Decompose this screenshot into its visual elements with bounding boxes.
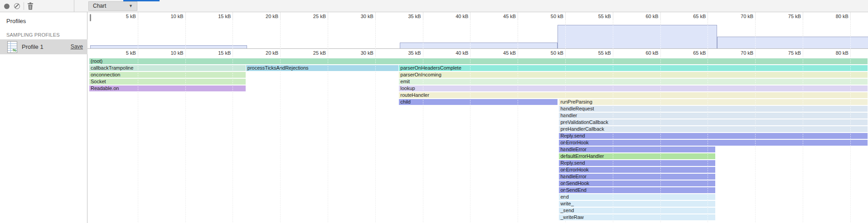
flame-frame-routehandler[interactable]: routeHandler: [399, 92, 867, 98]
dropdown-caret-icon: ▼: [129, 2, 133, 10]
flame-gridline: [328, 48, 328, 223]
flame-frame-onerrorhook[interactable]: onErrorHook: [559, 167, 715, 173]
sampling-profiles-header: SAMPLING PROFILES: [6, 32, 60, 38]
flame-tick-label: 45 kB: [503, 50, 516, 56]
flame-frame--send[interactable]: _send: [559, 208, 715, 214]
flame-frame-handleerror[interactable]: handleError: [559, 147, 715, 152]
flame-tick-label: 55 kB: [598, 50, 611, 56]
flame-chart-panel: 5 kB10 kB15 kB20 kB25 kB30 kB35 kB40 kB4…: [87, 12, 868, 223]
overview-gridline: [280, 12, 281, 48]
view-mode-dropdown[interactable]: Chart ▼: [88, 1, 137, 11]
flame-gridline: [375, 48, 376, 223]
sidebar-title: Profiles: [6, 18, 26, 24]
overview-tick-label: 60 kB: [645, 14, 658, 19]
profiler-panel: Chart ▼ Profiles SAMPLING PROFILES % Pro…: [0, 0, 868, 223]
overview-gridline: [233, 12, 233, 48]
flame-frame-write-[interactable]: write_: [559, 201, 715, 207]
flame-tick-label: 50 kB: [551, 50, 563, 56]
flame-frame-child[interactable]: child: [399, 99, 558, 105]
view-mode-label: Chart: [93, 3, 106, 9]
overview-left-handle[interactable]: [90, 14, 91, 21]
overview-tick-label: 15 kB: [218, 14, 231, 19]
flame-frame-parseronheaderscomplete[interactable]: parserOnHeadersComplete: [399, 65, 867, 71]
profile-doc-icon: %: [7, 41, 17, 53]
overview-gridline: [185, 12, 186, 48]
save-link[interactable]: Save: [71, 39, 83, 54]
flame-tick-label: 65 kB: [693, 50, 706, 56]
clear-icon[interactable]: [14, 3, 20, 9]
flame-tick-label: 30 kB: [361, 50, 373, 56]
overview-tick-label: 70 kB: [741, 14, 753, 19]
flame-frame-reply-send[interactable]: Reply.send: [559, 160, 715, 166]
overview-area-step: [90, 45, 247, 48]
overview-tick-label: 65 kB: [693, 14, 706, 19]
flame-frame--root-[interactable]: (root): [89, 58, 868, 64]
overview-gridline: [138, 12, 138, 48]
sidebar: Profiles SAMPLING PROFILES % Profile 1 S…: [0, 12, 87, 223]
overview-tick-label: 5 kB: [126, 14, 136, 19]
overview-tick-label: 30 kB: [361, 14, 373, 19]
overview-area-step: [400, 43, 558, 48]
flame-frame-handler[interactable]: handler: [559, 113, 867, 119]
toolbar: Chart ▼: [0, 0, 868, 12]
flame-tick-label: 35 kB: [408, 50, 421, 56]
overview-gridline: [375, 12, 376, 48]
overview-tick-label: 40 kB: [456, 14, 468, 19]
flame-frame-readable-on[interactable]: Readable.on: [89, 85, 246, 91]
flame-gridline: [280, 48, 281, 223]
flame-tick-label: 20 kB: [266, 50, 278, 56]
overview-tick-label: 80 kB: [836, 14, 849, 19]
flame-frame-processticksandrejections[interactable]: processTicksAndRejections: [246, 65, 398, 71]
toolbar-separator: [24, 2, 24, 10]
flame-frame-callbacktrampoline[interactable]: callbackTrampoline: [89, 65, 246, 71]
overview-tick-label: 35 kB: [408, 14, 421, 19]
flame-frame-emit[interactable]: emit: [399, 79, 867, 85]
flame-tick-label: 60 kB: [645, 50, 658, 56]
flame-frame-reply-send[interactable]: Reply.send: [559, 133, 867, 139]
flame-tick-label: 10 kB: [170, 50, 183, 56]
overview-tick-label: 25 kB: [313, 14, 326, 19]
overview-tick-label: 20 kB: [266, 14, 278, 19]
overview-gridline: [328, 12, 328, 48]
toolbar-divider: [74, 0, 74, 12]
flame-frame-socket[interactable]: Socket: [89, 79, 246, 85]
flame-tick-label: 25 kB: [313, 50, 326, 56]
flame-tick-label: 80 kB: [836, 50, 849, 56]
profile-list-item[interactable]: % Profile 1 Save: [0, 39, 87, 54]
flame-frame-defaulterrorhandler[interactable]: defaultErrorHandler: [559, 153, 715, 159]
overview-tick-label: 50 kB: [551, 14, 563, 19]
flame-tick-label: 40 kB: [456, 50, 468, 56]
flame-frame-onsendhook[interactable]: onSendHook: [559, 180, 715, 186]
overview-tick-label: 55 kB: [598, 14, 611, 19]
overview-tick-label: 75 kB: [788, 14, 801, 19]
flame-frame-lookup[interactable]: lookup: [399, 85, 867, 91]
flame-frame--writeraw[interactable]: _writeRaw: [559, 214, 715, 220]
flame-frame-onconnection[interactable]: onconnection: [89, 72, 246, 78]
flame-frame-runpreparsing[interactable]: runPreParsing: [559, 99, 867, 105]
flame-frame-prehandlercallback[interactable]: preHandlerCallback: [559, 126, 867, 132]
profile-name: Profile 1: [22, 39, 44, 54]
memory-overview[interactable]: 5 kB10 kB15 kB20 kB25 kB30 kB35 kB40 kB4…: [87, 12, 868, 48]
flame-frame-handlerequest[interactable]: handleRequest: [559, 106, 867, 112]
flame-frame-prevalidationcallback[interactable]: preValidationCallback: [559, 119, 867, 125]
flame-frame-onsendend[interactable]: onSendEnd: [559, 187, 715, 193]
flame-frame-onerrorhook[interactable]: onErrorHook: [559, 140, 867, 146]
flame-frame-end[interactable]: end: [559, 194, 715, 200]
trash-icon[interactable]: [27, 2, 34, 10]
flame-tick-label: 15 kB: [218, 50, 231, 56]
overview-tick-label: 45 kB: [503, 14, 516, 19]
record-icon[interactable]: [4, 4, 10, 9]
flame-tick-label: 75 kB: [788, 50, 801, 56]
flame-tick-label: 5 kB: [126, 50, 136, 56]
flame-frame-parseronincoming[interactable]: parserOnIncoming: [399, 72, 867, 78]
flame-tick-label: 70 kB: [741, 50, 753, 56]
overview-area-step: [558, 25, 717, 48]
overview-area-step: [717, 37, 868, 48]
overview-tick-label: 10 kB: [170, 14, 183, 19]
flame-frame-handleerror[interactable]: handleError: [559, 174, 715, 180]
